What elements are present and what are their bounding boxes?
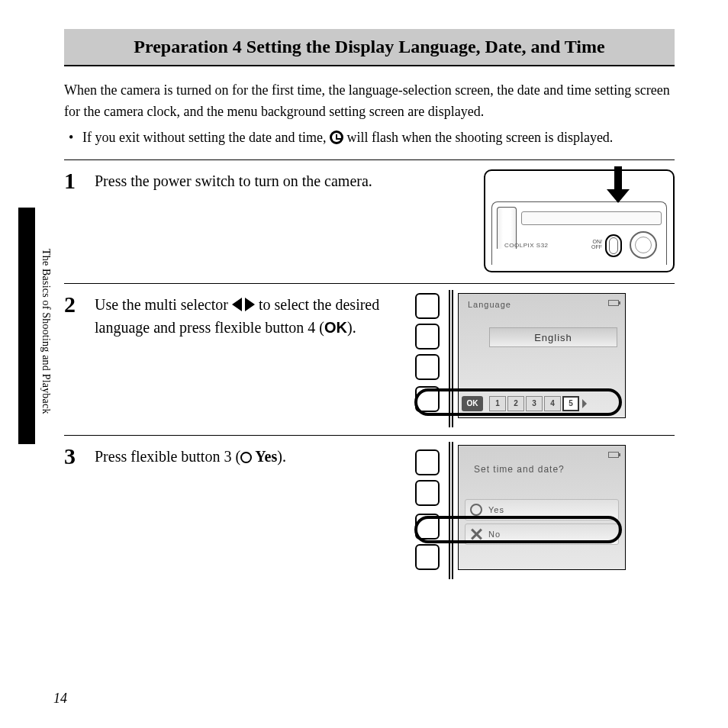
down-arrow-icon bbox=[605, 166, 631, 205]
camera-illustration: COOLPIX S32 ON/OFF bbox=[484, 169, 675, 272]
time-question: Set time and date? bbox=[459, 446, 625, 481]
side-section-label: The Basics of Shooting and Playback bbox=[40, 249, 52, 414]
yes-inline-label: Yes bbox=[252, 448, 277, 465]
flexible-button-1 bbox=[415, 449, 440, 475]
bullet-dot: • bbox=[64, 127, 82, 149]
power-button bbox=[605, 234, 622, 257]
language-value: English bbox=[489, 327, 617, 347]
screen-divider bbox=[449, 442, 453, 579]
flexible-button-4 bbox=[415, 544, 440, 570]
step-3-text-post: ). bbox=[277, 448, 286, 465]
flexible-buttons-left bbox=[409, 449, 443, 570]
lcd-figure-language: Language English OK 1 2 3 4 5 bbox=[409, 293, 653, 424]
battery-icon bbox=[608, 300, 619, 306]
time-screen: Set time and date? Yes No bbox=[458, 445, 626, 570]
battery-icon bbox=[608, 452, 619, 458]
step-2-number: 2 bbox=[64, 293, 95, 316]
step-1-number: 1 bbox=[64, 169, 95, 192]
side-tab-marker bbox=[18, 208, 35, 444]
power-label: ON/OFF bbox=[591, 239, 602, 250]
ok-inline-label: OK bbox=[324, 319, 347, 336]
step-2-text: Use the multi selector to select the des… bbox=[95, 293, 400, 339]
page-content: Preparation 4 Setting the Display Langua… bbox=[64, 29, 675, 576]
flexible-button-2 bbox=[415, 324, 440, 350]
circle-icon bbox=[470, 504, 482, 516]
option-yes-label: Yes bbox=[488, 505, 504, 514]
step-1: 1 Press the power switch to turn on the … bbox=[64, 159, 675, 272]
step-2: 2 Use the multi selector to select the d… bbox=[64, 283, 675, 424]
highlight-outline bbox=[414, 388, 622, 416]
bullet-text-post: will flash when the shooting screen is d… bbox=[346, 130, 613, 145]
shutter-button bbox=[630, 231, 657, 259]
flexible-button-3 bbox=[415, 354, 440, 380]
circle-icon bbox=[240, 452, 252, 463]
page-number: 14 bbox=[53, 691, 67, 707]
step-3: 3 Press flexible button 3 ( Yes). Set ti… bbox=[64, 435, 675, 576]
bullet-text: If you exit without setting the date and… bbox=[82, 127, 613, 149]
flexible-button-1 bbox=[415, 293, 440, 319]
clock-icon bbox=[330, 130, 343, 144]
highlight-outline bbox=[414, 516, 622, 543]
step-2-text-post: ). bbox=[347, 319, 356, 336]
note-bullet: • If you exit without setting the date a… bbox=[64, 127, 675, 149]
language-screen: Language English OK 1 2 3 4 5 bbox=[458, 293, 626, 418]
step-2-text-pre: Use the multi selector bbox=[95, 296, 232, 313]
page-title: Preparation 4 Setting the Display Langua… bbox=[64, 29, 675, 66]
camera-model-label: COOLPIX S32 bbox=[504, 242, 549, 249]
bullet-text-pre: If you exit without setting the date and… bbox=[82, 130, 330, 145]
camera-body: COOLPIX S32 ON/OFF bbox=[491, 201, 667, 265]
step-3-text: Press flexible button 3 ( Yes). bbox=[95, 445, 400, 468]
screen-title: Language bbox=[459, 294, 625, 312]
step-3-text-pre: Press flexible button 3 ( bbox=[95, 448, 240, 465]
camera-top-plate bbox=[521, 211, 662, 225]
step-3-number: 3 bbox=[64, 445, 95, 468]
lcd-figure-time: Set time and date? Yes No bbox=[409, 445, 653, 576]
flexible-button-2 bbox=[415, 480, 440, 506]
left-right-arrow-icon bbox=[232, 298, 255, 311]
intro-paragraph: When the camera is turned on for the fir… bbox=[64, 80, 675, 123]
step-1-text: Press the power switch to turn on the ca… bbox=[95, 169, 469, 192]
